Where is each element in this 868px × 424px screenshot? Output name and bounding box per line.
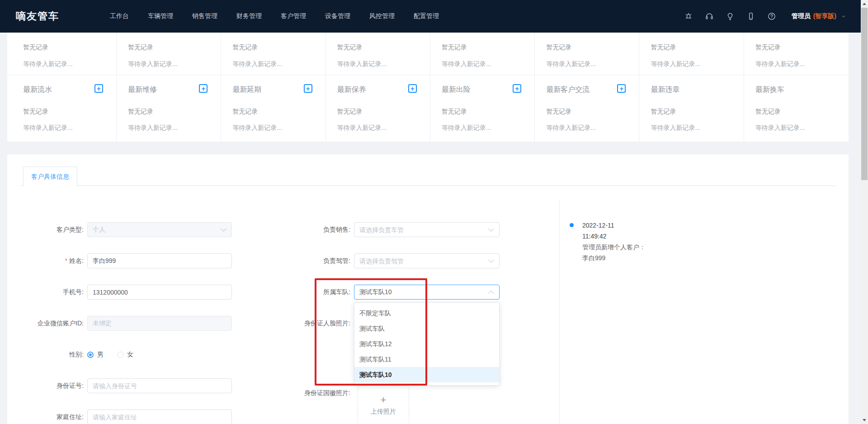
dashboard-cards: 暂无记录等待录入新记录... 暂无记录等待录入新记录... 暂无记录等待录入新记…	[7, 33, 849, 142]
timeline-customer-name: 李白999	[582, 253, 605, 263]
customer-detail-panel: 客户具体信息 客户类型: *姓名: 手机号: 企业微信账户ID: 性别: 男 女…	[7, 154, 849, 424]
empty-status: 暂无记录	[430, 108, 534, 116]
radio-icon	[117, 352, 123, 358]
card-title: 最新保养	[326, 85, 366, 95]
empty-hint: 等待录入新记录...	[221, 124, 325, 132]
scrollbar-down-arrow-icon[interactable]	[861, 416, 868, 424]
empty-hint: 等待录入新记录...	[326, 60, 430, 68]
radio-label: 男	[97, 351, 104, 359]
empty-status: 暂无记录	[7, 108, 116, 116]
add-record-button[interactable]: +	[617, 84, 626, 93]
add-record-button[interactable]: +	[408, 84, 417, 93]
radio-female[interactable]: 女	[117, 351, 133, 359]
empty-status: 暂无记录	[117, 43, 221, 52]
navbar-actions: 管理员 (智享版)	[684, 12, 846, 21]
menu-item-device[interactable]: 设备管理	[325, 12, 350, 20]
card-cell: 暂无记录等待录入新记录...	[430, 33, 535, 75]
card-cell: 暂无记录等待录入新记录...	[535, 33, 639, 75]
timeline-description: 管理员新增个人客户：	[582, 242, 646, 252]
help-icon[interactable]	[767, 12, 776, 21]
siren-alert-icon[interactable]	[684, 12, 693, 21]
empty-hint: 等待录入新记录...	[117, 124, 221, 132]
name-input[interactable]	[87, 253, 232, 268]
menu-item-customer[interactable]: 客户管理	[281, 12, 306, 20]
upload-label: 上传照片	[358, 408, 409, 416]
dropdown-option-unrestricted[interactable]: 不限定车队	[354, 305, 499, 321]
empty-status: 暂无记录	[117, 108, 221, 116]
empty-status: 暂无记录	[744, 108, 849, 116]
card-cell: 暂无记录等待录入新记录...	[639, 33, 744, 75]
field-label-driver-manager: 负责驾管:	[242, 253, 350, 268]
field-label-wecom-id: 企业微信账户ID:	[7, 316, 84, 331]
dropdown-option-test-fleet[interactable]: 测试车队	[354, 321, 499, 336]
field-label-fleet: 所属车队:	[242, 285, 350, 300]
top-navbar: 嘀友管车 工作台 车辆管理 销售管理 财务管理 客户管理 设备管理 风控管理 配…	[0, 0, 868, 33]
add-record-button[interactable]: +	[513, 84, 521, 93]
menu-item-workbench[interactable]: 工作台	[110, 12, 129, 20]
timeline-dot-icon	[570, 223, 574, 227]
wecom-id-input	[87, 316, 232, 331]
empty-status: 暂无记录	[221, 108, 325, 116]
card-latest-maintenance: 最新保养 + 暂无记录等待录入新记录...	[326, 75, 430, 142]
empty-hint: 等待录入新记录...	[221, 60, 325, 68]
upload-photo-button[interactable]: + 上传照片	[358, 386, 409, 424]
field-label-id-emblem-photo: 身份证国徽照片:	[242, 386, 350, 400]
lightbulb-icon[interactable]	[726, 12, 735, 21]
empty-hint: 等待录入新记录...	[744, 60, 849, 68]
field-label-customer-type: 客户类型:	[7, 222, 84, 237]
empty-status: 暂无记录	[639, 108, 743, 116]
empty-hint: 等待录入新记录...	[326, 124, 430, 132]
add-record-button[interactable]: +	[304, 84, 312, 93]
dropdown-option-test-fleet-11[interactable]: 测试车队11	[354, 352, 499, 367]
field-label-gender: 性别:	[7, 347, 84, 362]
empty-hint: 等待录入新记录...	[117, 60, 221, 68]
field-label-phone: 手机号:	[7, 285, 84, 300]
scrollbar-thumb[interactable]	[861, 8, 868, 180]
user-menu[interactable]: 管理员 (智享版)	[792, 12, 846, 20]
field-label-home-address: 家庭住址:	[7, 410, 84, 424]
id-number-input[interactable]	[87, 378, 232, 393]
field-label-sales-manager: 负责销售:	[242, 222, 350, 237]
customer-type-select[interactable]	[87, 222, 232, 237]
empty-hint: 等待录入新记录...	[639, 60, 743, 68]
menu-item-vehicle[interactable]: 车辆管理	[148, 12, 173, 20]
scrollbar-up-arrow-icon[interactable]	[861, 0, 868, 8]
card-cell: 暂无记录等待录入新记录...	[221, 33, 326, 75]
menu-item-config[interactable]: 配置管理	[414, 12, 439, 20]
headset-icon[interactable]	[705, 12, 714, 21]
home-address-input[interactable]	[87, 410, 232, 424]
driver-manager-select[interactable]	[354, 253, 500, 268]
radio-icon	[87, 352, 94, 358]
menu-item-risk[interactable]: 风控管理	[369, 12, 395, 20]
menu-item-finance[interactable]: 财务管理	[236, 12, 262, 20]
menu-item-sales[interactable]: 销售管理	[192, 12, 217, 20]
mobile-phone-icon[interactable]	[746, 12, 755, 21]
field-label-text: 姓名:	[69, 257, 84, 264]
scrollbar[interactable]	[861, 0, 868, 424]
card-latest-violation: 最新违章 暂无记录等待录入新记录...	[639, 75, 744, 142]
dropdown-option-test-fleet-10[interactable]: 测试车队10	[354, 367, 499, 382]
empty-status: 暂无记录	[7, 43, 116, 52]
card-title: 最新出险	[430, 85, 471, 95]
empty-hint: 等待录入新记录...	[430, 124, 534, 132]
card-latest-flow: 最新流水 + 暂无记录等待录入新记录...	[7, 75, 117, 142]
tabs-divider	[21, 186, 835, 186]
empty-hint: 等待录入新记录...	[744, 124, 849, 132]
card-latest-accident: 最新出险 + 暂无记录等待录入新记录...	[430, 75, 535, 142]
user-name: 管理员	[792, 12, 811, 20]
card-cell: 暂无记录等待录入新记录...	[117, 33, 221, 75]
card-cell: 暂无记录等待录入新记录...	[7, 33, 117, 75]
fleet-select[interactable]	[354, 285, 500, 300]
user-edition-badge: (智享版)	[813, 12, 836, 20]
add-record-button[interactable]: +	[94, 84, 103, 93]
tab-customer-detail[interactable]: 客户具体信息	[23, 167, 77, 186]
phone-input[interactable]	[87, 285, 232, 300]
card-title: 最新延期	[221, 85, 261, 95]
empty-hint: 等待录入新记录...	[535, 60, 639, 68]
empty-status: 暂无记录	[535, 108, 639, 116]
add-record-button[interactable]: +	[199, 84, 208, 93]
radio-male[interactable]: 男	[87, 351, 104, 359]
cards-row-top: 暂无记录等待录入新记录... 暂无记录等待录入新记录... 暂无记录等待录入新记…	[7, 33, 849, 75]
dropdown-option-test-fleet-12[interactable]: 测试车队12	[354, 336, 499, 352]
sales-manager-select[interactable]	[354, 222, 500, 237]
